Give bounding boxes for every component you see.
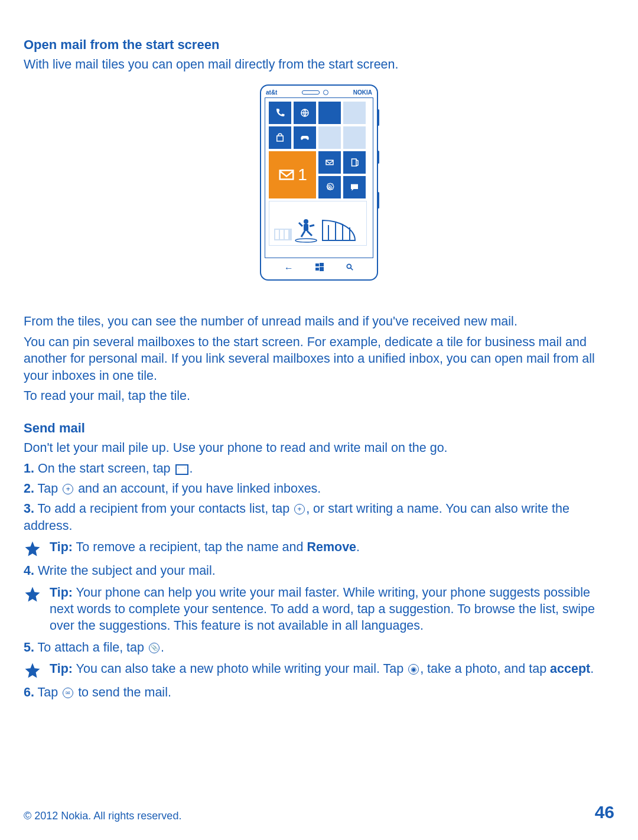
tile-mail-large: 1 xyxy=(269,151,316,198)
svg-rect-1 xyxy=(279,138,280,139)
star-icon xyxy=(24,585,41,603)
svg-line-17 xyxy=(299,223,302,226)
svg-rect-24 xyxy=(315,268,319,271)
attach-icon: 📎 xyxy=(149,643,160,653)
para-unread-count: From the tiles, you can see the number o… xyxy=(24,313,614,330)
tip-1: Tip: To remove a recipient, tap the name… xyxy=(24,539,614,558)
step-1: 1. On the start screen, tap . xyxy=(24,460,614,477)
tile-photo-wide xyxy=(269,201,367,246)
carrier-label: at&t xyxy=(266,89,277,96)
svg-point-15 xyxy=(304,219,308,224)
document-page: Open mail from the start screen With liv… xyxy=(0,0,638,840)
svg-rect-5 xyxy=(352,159,357,166)
send-icon: ✉ xyxy=(63,688,73,698)
brand-label: NOKIA xyxy=(353,89,372,96)
tile-browser-icon xyxy=(294,102,316,124)
tile-messaging-icon xyxy=(343,176,366,198)
tile-store-icon xyxy=(269,126,291,149)
svg-rect-3 xyxy=(280,171,294,180)
tile-settings-icon xyxy=(318,176,341,198)
mail-tile-icon xyxy=(175,464,188,475)
heading-open-mail: Open mail from the start screen xyxy=(24,37,614,53)
plus-circle-icon: + xyxy=(294,504,305,515)
svg-rect-16 xyxy=(304,224,308,231)
copyright-text: © 2012 Nokia. All rights reserved. xyxy=(24,810,181,822)
star-icon xyxy=(24,662,41,679)
svg-line-19 xyxy=(301,231,305,237)
back-icon: ← xyxy=(284,263,294,274)
svg-rect-22 xyxy=(315,263,319,266)
svg-line-20 xyxy=(307,231,312,236)
svg-point-21 xyxy=(295,239,317,242)
tip-3: Tip: You can also take a new photo while… xyxy=(24,660,614,679)
star-icon xyxy=(24,540,41,558)
page-footer: © 2012 Nokia. All rights reserved. 46 xyxy=(24,802,614,822)
step-2: 2. Tap + and an account, if you have lin… xyxy=(24,480,614,497)
svg-rect-8 xyxy=(275,230,279,239)
svg-rect-10 xyxy=(285,230,288,239)
step-6: 6. Tap ✉ to send the mail. xyxy=(24,684,614,701)
step-3: 3. To add a recipient from your contacts… xyxy=(24,500,614,534)
svg-rect-25 xyxy=(320,267,324,271)
svg-rect-4 xyxy=(326,161,333,165)
tile-mail-small-icon xyxy=(318,151,341,174)
tile-phone-icon xyxy=(269,102,291,124)
svg-rect-2 xyxy=(281,138,282,139)
camera-icon: ◉ xyxy=(408,664,419,675)
svg-point-6 xyxy=(329,187,331,188)
svg-line-18 xyxy=(310,225,314,226)
page-number: 46 xyxy=(595,802,614,822)
tile-office-icon xyxy=(343,151,366,174)
svg-rect-23 xyxy=(320,263,324,266)
tile-games-icon xyxy=(294,126,316,149)
svg-line-27 xyxy=(351,268,353,271)
step-4: 4. Write the subject and your mail. xyxy=(24,562,614,579)
mail-unread-count: 1 xyxy=(298,165,307,184)
heading-send-mail: Send mail xyxy=(24,421,614,436)
intro-open-mail: With live mail tiles you can open mail d… xyxy=(24,56,614,73)
para-tap-tile: To read your mail, tap the tile. xyxy=(24,388,614,404)
phone-illustration: at&t NOKIA xyxy=(24,84,614,281)
plus-circle-icon: + xyxy=(63,484,73,494)
svg-point-26 xyxy=(347,265,351,269)
para-pin-mailboxes: You can pin several mailboxes to the sta… xyxy=(24,334,614,384)
step-5: 5. To attach a file, tap 📎. xyxy=(24,639,614,656)
intro-send-mail: Don't let your mail pile up. Use your ph… xyxy=(24,439,614,456)
phone-nav-bar: ← xyxy=(265,258,373,274)
windows-icon xyxy=(315,263,324,274)
search-nav-icon xyxy=(346,263,354,274)
tip-2: Tip: Your phone can help you write your … xyxy=(24,584,614,634)
svg-rect-9 xyxy=(280,230,284,239)
